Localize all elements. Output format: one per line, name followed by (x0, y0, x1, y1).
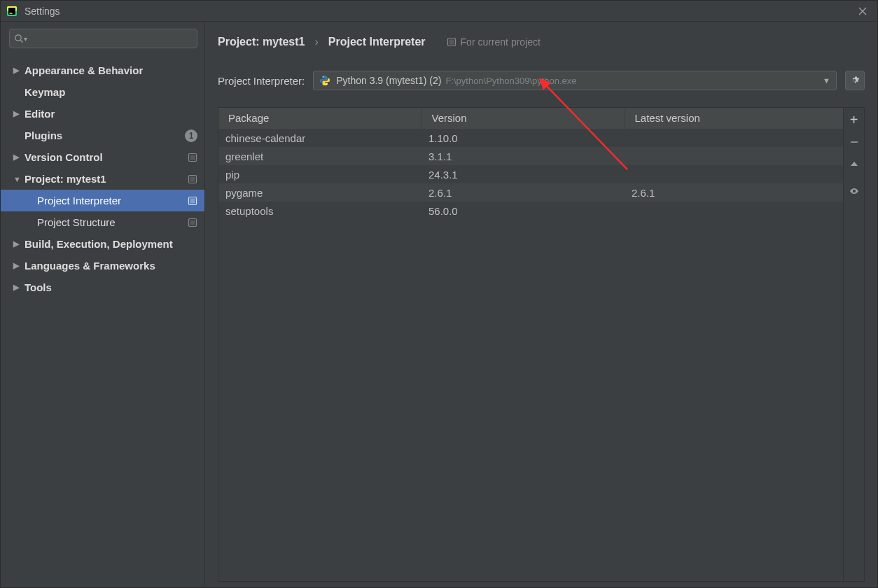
chevron-right-icon: ▶ (13, 239, 25, 248)
tree-item-project[interactable]: ▼ Project: mytest1 (1, 168, 204, 190)
table-row[interactable]: pygame 2.6.1 2.6.1 (218, 183, 843, 202)
tree-item-label: Project: mytest1 (25, 173, 183, 185)
svg-rect-3 (10, 13, 13, 13)
app-icon (6, 6, 18, 17)
interpreter-label: Project Interpreter: (218, 75, 305, 87)
tree-item-tools[interactable]: ▶ Tools (1, 276, 204, 298)
packages-area: Package Version Latest version chinese-c… (218, 107, 865, 582)
breadcrumb-part2: Project Interpreter (328, 36, 426, 48)
tree-item-label: Keymap (25, 86, 197, 98)
cell-latest (625, 129, 843, 147)
tree-item-label: Project Interpreter (37, 195, 183, 206)
search-icon (14, 34, 24, 43)
interpreter-dropdown[interactable]: Python 3.9 (mytest1) (2) F:\python\Pytho… (313, 71, 837, 90)
search-box[interactable]: ▾ (9, 29, 197, 48)
add-package-button[interactable]: + (845, 111, 863, 129)
plugins-badge: 1 (185, 130, 197, 142)
table-row[interactable]: greenlet 3.1.1 (218, 147, 843, 165)
sidebar: ▾ ▶ Appearance & Behavior Keymap ▶ Edito… (1, 22, 205, 587)
svg-point-17 (326, 83, 328, 85)
cell-version: 2.6.1 (421, 183, 625, 202)
tree-item-label: Plugins (25, 130, 181, 141)
interpreter-row: Project Interpreter: Python 3.9 (mytest1… (218, 71, 865, 90)
project-scope-icon (188, 153, 197, 162)
project-scope-icon (447, 37, 457, 47)
chevron-right-icon: ▶ (13, 153, 25, 162)
window-title: Settings (25, 6, 60, 17)
chevron-down-icon: ▼ (13, 175, 25, 183)
breadcrumb-separator: › (315, 36, 319, 48)
tree-item-plugins[interactable]: Plugins 1 (1, 125, 204, 146)
tree-item-label: Version Control (25, 151, 183, 163)
breadcrumb-part1: Project: mytest1 (218, 36, 305, 48)
breadcrumb: Project: mytest1 › Project Interpreter F… (218, 30, 865, 54)
cell-version: 1.10.0 (421, 129, 625, 147)
tree-item-editor[interactable]: ▶ Editor (1, 103, 204, 125)
cell-package: greenlet (218, 147, 421, 165)
remove-package-button[interactable] (845, 133, 863, 151)
col-latest[interactable]: Latest version (625, 108, 843, 129)
svg-point-4 (15, 35, 21, 41)
tree-item-label: Appearance & Behavior (25, 64, 197, 76)
cell-version: 56.0.0 (421, 202, 625, 220)
tree-item-label: Languages & Frameworks (25, 260, 197, 272)
svg-rect-15 (449, 40, 454, 45)
table-row[interactable]: chinese-calendar 1.10.0 (218, 129, 843, 147)
gear-icon (849, 75, 860, 86)
cell-package: setuptools (218, 202, 421, 220)
cell-package: chinese-calendar (218, 129, 421, 147)
cell-package: pygame (218, 183, 421, 202)
tree-item-keymap[interactable]: Keymap (1, 81, 204, 103)
project-scope-icon (188, 174, 197, 184)
titlebar: Settings (1, 1, 877, 22)
interpreter-settings-button[interactable] (845, 71, 865, 90)
svg-rect-18 (851, 141, 858, 143)
packages-toolbar: + (843, 108, 864, 581)
tree-item-project-interpreter[interactable]: Project Interpreter (1, 190, 204, 211)
cell-latest: 2.6.1 (625, 183, 843, 202)
svg-rect-7 (190, 155, 195, 160)
upgrade-package-button[interactable] (845, 155, 863, 174)
project-scope-icon (188, 218, 197, 227)
svg-rect-13 (190, 220, 195, 225)
interpreter-path: F:\python\Python309\python.exe (445, 76, 821, 86)
chevron-down-icon: ▼ (821, 76, 832, 85)
table-row[interactable]: pip 24.3.1 (218, 165, 843, 183)
tree-item-label: Editor (25, 108, 197, 120)
python-icon (319, 75, 330, 86)
svg-point-16 (323, 76, 324, 78)
col-version[interactable]: Version (421, 108, 625, 129)
project-scope-icon (188, 196, 197, 206)
col-package[interactable]: Package (218, 108, 421, 129)
tree-item-appearance[interactable]: ▶ Appearance & Behavior (1, 59, 204, 81)
cell-latest (625, 202, 843, 220)
cell-package: pip (218, 165, 421, 183)
close-button[interactable] (853, 4, 872, 18)
svg-rect-9 (190, 176, 195, 181)
tree-item-languages[interactable]: ▶ Languages & Frameworks (1, 255, 204, 276)
cell-version: 24.3.1 (421, 165, 625, 183)
breadcrumb-hint-text: For current project (461, 36, 541, 48)
tree-item-project-structure[interactable]: Project Structure (1, 211, 204, 233)
settings-tree: ▶ Appearance & Behavior Keymap ▶ Editor … (1, 55, 204, 298)
settings-window: Settings ▾ ▶ Appearance & Behavior (0, 0, 878, 588)
cell-latest (625, 165, 843, 183)
tree-item-label: Project Structure (37, 216, 183, 228)
chevron-right-icon: ▶ (13, 261, 25, 270)
main-panel: Project: mytest1 › Project Interpreter F… (205, 22, 877, 587)
packages-table: Package Version Latest version chinese-c… (218, 108, 843, 581)
tree-item-version-control[interactable]: ▶ Version Control (1, 146, 204, 168)
svg-line-5 (20, 40, 22, 42)
table-header-row: Package Version Latest version (218, 108, 843, 129)
tree-item-build[interactable]: ▶ Build, Execution, Deployment (1, 233, 204, 255)
chevron-right-icon: ▶ (13, 283, 25, 292)
breadcrumb-hint: For current project (447, 36, 541, 48)
svg-rect-11 (190, 198, 195, 203)
search-input[interactable] (27, 34, 193, 44)
chevron-right-icon: ▶ (13, 109, 25, 118)
table-row[interactable]: setuptools 56.0.0 (218, 202, 843, 220)
cell-latest (625, 147, 843, 165)
show-early-releases-button[interactable] (845, 182, 863, 200)
chevron-right-icon: ▶ (13, 66, 25, 75)
interpreter-name: Python 3.9 (mytest1) (2) (336, 75, 441, 86)
